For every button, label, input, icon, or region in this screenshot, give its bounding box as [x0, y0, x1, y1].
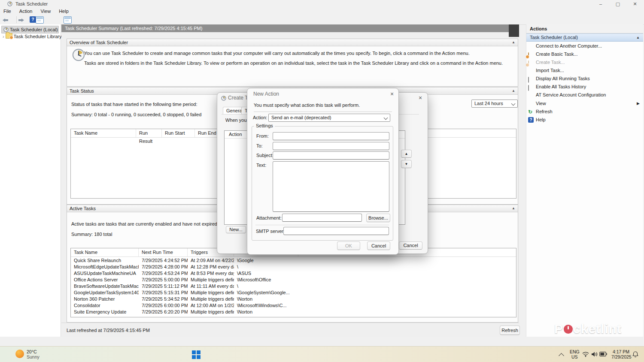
- menu-view[interactable]: View: [37, 8, 54, 15]
- language-indicator[interactable]: ENG: [570, 349, 580, 354]
- help-toolbar-icon[interactable]: ?: [30, 16, 36, 23]
- tree-item-task-scheduler-library[interactable]: › Task Scheduler Library: [3, 33, 61, 40]
- table-row[interactable]: Office Actions Server 7/29/2025 5:00:00 …: [71, 277, 516, 283]
- overview-clock-icon: [72, 48, 85, 61]
- col-task-name[interactable]: Task Name: [71, 248, 139, 256]
- move-up-button[interactable]: ▲: [401, 150, 412, 158]
- menu-file[interactable]: File: [0, 8, 15, 15]
- action-view[interactable]: View▶: [526, 100, 643, 108]
- move-down-button[interactable]: ▼: [401, 160, 412, 168]
- browse-button[interactable]: Browse...: [366, 214, 390, 222]
- table-row[interactable]: Norton 360 Patcher 7/29/2025 5:34:52 PM …: [71, 296, 516, 302]
- from-field[interactable]: [273, 132, 389, 140]
- app-clock-icon: [7, 1, 12, 6]
- back-icon[interactable]: [2, 17, 9, 24]
- actions-panel-title: Actions: [526, 24, 643, 33]
- menu-help[interactable]: Help: [55, 8, 72, 15]
- action-enable-all-tasks-history[interactable]: Enable All Tasks History: [526, 83, 643, 91]
- speaker-icon[interactable]: [591, 351, 598, 357]
- notification-bell-icon[interactable]: [632, 351, 639, 358]
- cell-task-name: Office Actions Server: [71, 277, 139, 283]
- col-task-name[interactable]: Task Name: [71, 129, 136, 137]
- close-button[interactable]: ✕: [629, 0, 641, 7]
- overview-title: Overview of Task Scheduler: [70, 40, 128, 45]
- settings-divider: [255, 225, 389, 225]
- action-label: Help: [536, 116, 546, 124]
- weather-icon[interactable]: [15, 350, 24, 358]
- action-import-task[interactable]: Import Task...: [526, 66, 643, 75]
- task-status-summary: Summary: 0 total - 0 running, 0 succeede…: [71, 112, 201, 117]
- watermark-text-rest: cketlint: [573, 322, 622, 336]
- action-help[interactable]: ?Help: [526, 116, 643, 124]
- table-row[interactable]: Suite Emergency Update 7/29/2025 6:20:20…: [71, 309, 516, 315]
- task-status-title: Task Status: [70, 88, 94, 94]
- tree-item-task-scheduler-local[interactable]: Task Scheduler (Local): [1, 26, 59, 33]
- console-window-icon-2[interactable]: [64, 16, 72, 24]
- col-run-start[interactable]: Run Start: [162, 129, 195, 137]
- refresh-button[interactable]: Refresh: [500, 326, 520, 335]
- clock-time[interactable]: 4:17 PM: [613, 349, 629, 354]
- collapse-icon[interactable]: ▲: [636, 34, 640, 41]
- language-region[interactable]: US: [571, 354, 578, 359]
- scrollbar-top[interactable]: [509, 24, 519, 37]
- weather-temp[interactable]: 20°C: [27, 349, 36, 354]
- forward-icon[interactable]: [18, 17, 24, 24]
- console-window-icon[interactable]: [36, 16, 44, 24]
- action-at-service-account-configuration[interactable]: AT Service Account Configuration: [526, 91, 643, 99]
- create-task-close-icon[interactable]: ×: [416, 94, 424, 101]
- enable-history-icon: [528, 85, 529, 91]
- cell-location: \: [234, 283, 320, 290]
- table-row[interactable]: ASUSUpdateTaskMachineUA 7/29/2025 4:53:2…: [71, 270, 516, 277]
- table-row[interactable]: Consolidator 7/29/2025 6:00:00 PM At 12:…: [71, 302, 516, 309]
- maximize-button[interactable]: ▢: [611, 0, 624, 7]
- console-tree: Task Scheduler (Local) › Task Scheduler …: [0, 24, 61, 337]
- text-field[interactable]: [273, 161, 389, 212]
- action-dropdown[interactable]: Send an e-mail (deprecated): [268, 114, 390, 122]
- menu-action[interactable]: Action: [16, 8, 36, 15]
- new-action-close-icon[interactable]: ×: [388, 90, 396, 97]
- actions-section-header[interactable]: Task Scheduler (Local) ▲: [526, 33, 643, 42]
- create-task-cancel-button[interactable]: Cancel: [399, 241, 422, 250]
- action-display-all-running-tasks[interactable]: Display All Running Tasks: [526, 75, 643, 83]
- new-action-dialog-title: New Action: [253, 91, 279, 97]
- table-row[interactable]: BraveSoftwareUpdateTaskMachine... 7/29/2…: [71, 283, 516, 290]
- minimize-button[interactable]: –: [594, 0, 607, 7]
- table-row[interactable]: GoogleUpdaterTaskSystem140.0.72... 7/29/…: [71, 290, 516, 296]
- active-tasks-summary: Summary: 180 total: [71, 232, 112, 237]
- table-row[interactable]: MicrosoftEdgeUpdateTaskMachin... 7/29/20…: [71, 264, 516, 270]
- last-refreshed-status: Last refreshed at 7/29/2025 4:15:45 PM: [67, 328, 150, 333]
- table-row[interactable]: Quick Share Relaunch 7/29/2025 4:24:52 P…: [71, 257, 516, 264]
- clock-date[interactable]: 7/29/2025: [611, 354, 632, 359]
- weather-condition[interactable]: Sunny: [27, 354, 39, 359]
- cell-next-run-time: 7/29/2025 4:28:00 PM: [139, 264, 188, 270]
- cell-next-run-time: 7/29/2025 5:15:31 PM: [139, 290, 188, 296]
- col-run-result[interactable]: Run Result: [136, 129, 162, 137]
- start-button[interactable]: [192, 350, 200, 359]
- battery-icon[interactable]: [599, 352, 607, 356]
- collapse-icon[interactable]: ▲: [512, 87, 515, 94]
- overview-group-header[interactable]: Overview of Task Scheduler ▲: [67, 39, 518, 46]
- ok-button[interactable]: OK: [337, 241, 360, 250]
- cell-location: \Microsoft\Windows\C...: [234, 302, 320, 309]
- taskbar: 20°C Sunny ✓ O ENG US 4:17 P: [0, 346, 644, 362]
- tray-overflow-icon[interactable]: [559, 353, 564, 359]
- col-next-run-time[interactable]: Next Run Time: [139, 248, 188, 256]
- action-connect-to-another-computer[interactable]: Connect to Another Computer...: [526, 42, 643, 50]
- cancel-button[interactable]: Cancel: [367, 241, 390, 250]
- subject-field[interactable]: [273, 151, 389, 160]
- collapse-icon[interactable]: ▲: [512, 39, 515, 46]
- wifi-icon[interactable]: [582, 351, 589, 357]
- new-action-dialog: New Action × You must specify what actio…: [247, 88, 399, 255]
- tree-expander-icon[interactable]: ›: [3, 34, 4, 39]
- collapse-icon[interactable]: ▲: [512, 205, 515, 212]
- active-tasks-rows: Quick Share Relaunch 7/29/2025 4:24:52 P…: [71, 257, 516, 315]
- action-create-basic-task[interactable]: Create Basic Task...: [526, 50, 643, 58]
- period-dropdown[interactable]: Last 24 hours: [471, 100, 518, 108]
- smtp-server-field[interactable]: [283, 227, 389, 235]
- new-action-button[interactable]: New...: [226, 226, 246, 233]
- cell-task-name: Norton 360 Patcher: [71, 296, 139, 302]
- to-field[interactable]: [273, 142, 389, 150]
- create-task-icon: [528, 60, 529, 66]
- attachment-field[interactable]: [282, 214, 362, 222]
- action-refresh[interactable]: ↻Refresh: [526, 108, 643, 116]
